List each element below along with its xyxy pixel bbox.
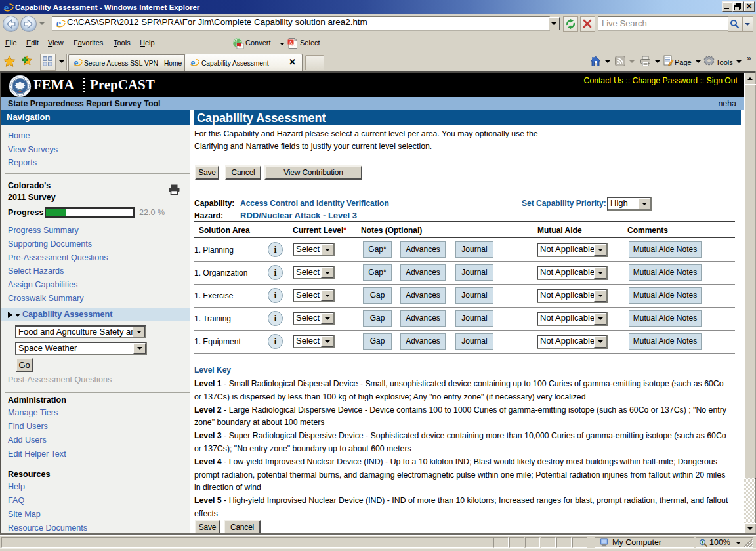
svg-text:e: e (191, 58, 196, 68)
svg-text:e: e (4, 2, 9, 13)
svg-text:e: e (56, 18, 61, 29)
svg-text:A: A (289, 40, 292, 45)
svg-text:e: e (74, 58, 79, 68)
